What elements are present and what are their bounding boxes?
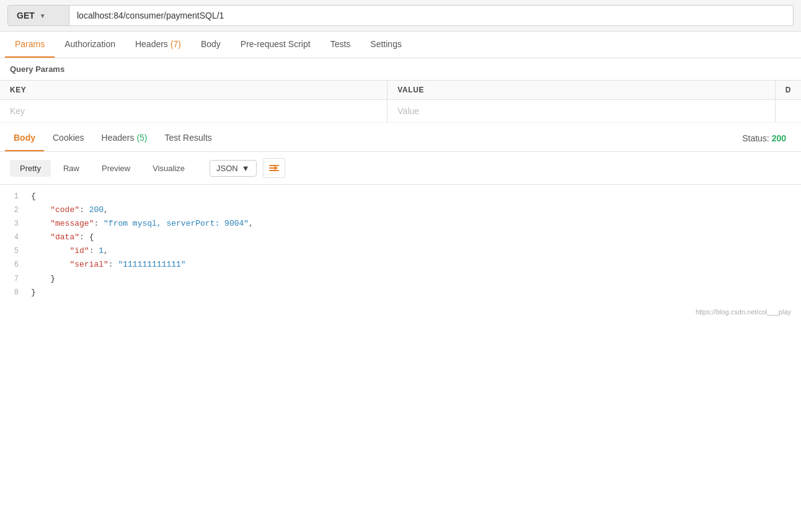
format-preview[interactable]: Preview [92, 160, 140, 177]
key-input-cell[interactable]: Key [0, 100, 387, 123]
json-line-6: 6 "serial": "111111111111" [0, 258, 801, 272]
tab-response-body[interactable]: Body [5, 125, 44, 151]
chevron-down-icon: ▼ [40, 12, 46, 19]
json-response-body: 1 { 2 "code": 200, 3 "message": "from my… [0, 185, 801, 304]
wrap-button[interactable] [263, 158, 285, 178]
method-label: GET [17, 11, 35, 20]
footer: https://blog.csdn.net/col___play [0, 304, 801, 319]
format-visualize[interactable]: Visualize [143, 160, 195, 177]
footer-link-text: https://blog.csdn.net/col___play [696, 308, 791, 316]
col-desc-header: D [775, 81, 801, 100]
status-code: 200 [772, 133, 786, 143]
format-raw[interactable]: Raw [53, 160, 89, 177]
query-params-label: Query Params [0, 58, 801, 80]
json-line-3: 3 "message": "from mysql, serverPort: 90… [0, 217, 801, 231]
params-table: KEY VALUE D Key Value [0, 80, 801, 123]
tab-response-headers[interactable]: Headers (5) [93, 125, 156, 151]
json-line-8: 8 } [0, 286, 801, 299]
tab-headers[interactable]: Headers (7) [125, 32, 191, 58]
tab-tests[interactable]: Tests [321, 32, 361, 58]
col-key-header: KEY [0, 81, 387, 100]
format-pretty[interactable]: Pretty [10, 160, 51, 177]
language-select[interactable]: JSON ▼ [210, 160, 257, 177]
table-row: Key Value [0, 100, 801, 123]
language-label: JSON [216, 164, 238, 173]
method-dropdown[interactable]: GET ▼ [7, 5, 69, 26]
status-label: Status: [742, 133, 771, 143]
request-tabs: Params Authorization Headers (7) Body Pr… [0, 32, 801, 58]
tab-params[interactable]: Params [5, 32, 55, 58]
response-tabs: Body Cookies Headers (5) Test Results St… [0, 125, 801, 152]
tab-authorization[interactable]: Authorization [55, 32, 125, 58]
body-toolbar: Pretty Raw Preview Visualize JSON ▼ [0, 152, 801, 185]
tab-test-results[interactable]: Test Results [156, 125, 221, 151]
json-line-5: 5 "id": 1, [0, 244, 801, 258]
json-line-4: 4 "data": { [0, 231, 801, 244]
desc-cell [775, 100, 801, 123]
tab-cookies[interactable]: Cookies [44, 125, 93, 151]
tab-settings[interactable]: Settings [360, 32, 412, 58]
url-input[interactable] [69, 5, 794, 26]
col-value-header: VALUE [387, 81, 775, 100]
wrap-icon [268, 162, 280, 174]
value-input-cell[interactable]: Value [387, 100, 775, 123]
json-line-7: 7 } [0, 272, 801, 286]
url-bar: GET ▼ [0, 0, 801, 32]
language-chevron-icon: ▼ [242, 164, 250, 173]
json-line-2: 2 "code": 200, [0, 203, 801, 217]
status-badge: Status: 200 [742, 133, 796, 143]
json-line-1: 1 { [0, 190, 801, 203]
tab-body[interactable]: Body [191, 32, 231, 58]
tab-prerequest[interactable]: Pre-request Script [231, 32, 321, 58]
